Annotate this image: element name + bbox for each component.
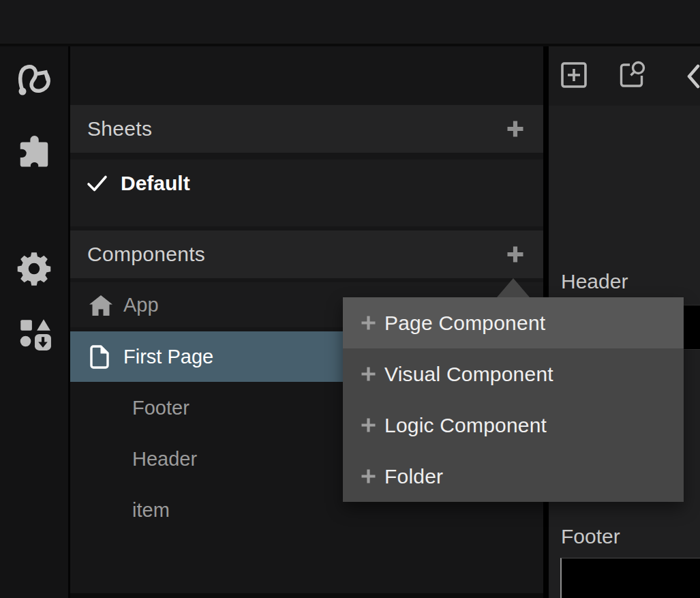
menu-item-visual-component[interactable]: Visual Component	[343, 348, 684, 400]
page-icon	[89, 344, 114, 370]
top-bar	[0, 0, 700, 46]
sheets-title: Sheets	[87, 117, 152, 140]
menu-item-label: Logic Component	[384, 414, 547, 437]
add-component-menu: Page Component Visual Component Logic Co…	[343, 297, 684, 502]
menu-item-page-component[interactable]: Page Component	[343, 297, 684, 348]
menu-item-label: Visual Component	[384, 363, 553, 386]
components-title: Components	[87, 243, 205, 266]
plus-icon	[361, 417, 376, 433]
flow-icon[interactable]	[0, 59, 68, 97]
preview-search-icon[interactable]	[617, 60, 648, 94]
sheet-item-default[interactable]: Default	[70, 161, 543, 206]
plus-icon	[361, 366, 376, 382]
settings-icon[interactable]	[0, 250, 68, 286]
plus-icon	[361, 468, 376, 484]
menu-item-folder[interactable]: Folder	[343, 451, 684, 502]
add-sheet-button[interactable]	[506, 120, 524, 138]
tree-item-label: item	[132, 499, 170, 522]
check-icon	[87, 175, 108, 193]
components-section-header: Components	[70, 230, 543, 278]
preview-toolbar	[549, 46, 700, 106]
menu-arrow	[497, 278, 530, 297]
sheets-list: Default	[70, 160, 543, 226]
preview-section-label: Header	[561, 270, 628, 293]
collapse-panel-icon[interactable]	[686, 64, 700, 91]
add-screen-icon[interactable]	[561, 61, 587, 91]
menu-item-logic-component[interactable]: Logic Component	[343, 400, 684, 451]
sheets-section-header: Sheets	[70, 105, 543, 153]
tree-item-label: Footer	[132, 397, 189, 419]
plugin-icon[interactable]	[0, 134, 68, 169]
tree-item-label: First Page	[123, 346, 213, 368]
bottom-edge	[70, 593, 543, 598]
add-component-button[interactable]	[506, 245, 524, 263]
sheet-label: Default	[121, 172, 190, 195]
home-icon	[89, 295, 114, 316]
plus-icon	[361, 315, 376, 331]
footer-component-preview[interactable]	[560, 558, 700, 598]
widgets-import-icon[interactable]	[0, 315, 68, 352]
tree-item-label: App	[123, 294, 159, 316]
menu-item-label: Page Component	[384, 312, 545, 335]
tree-item-label: Header	[132, 448, 197, 470]
preview-section-label: Footer	[561, 525, 620, 548]
left-rail	[0, 46, 68, 598]
menu-item-label: Folder	[384, 465, 443, 488]
